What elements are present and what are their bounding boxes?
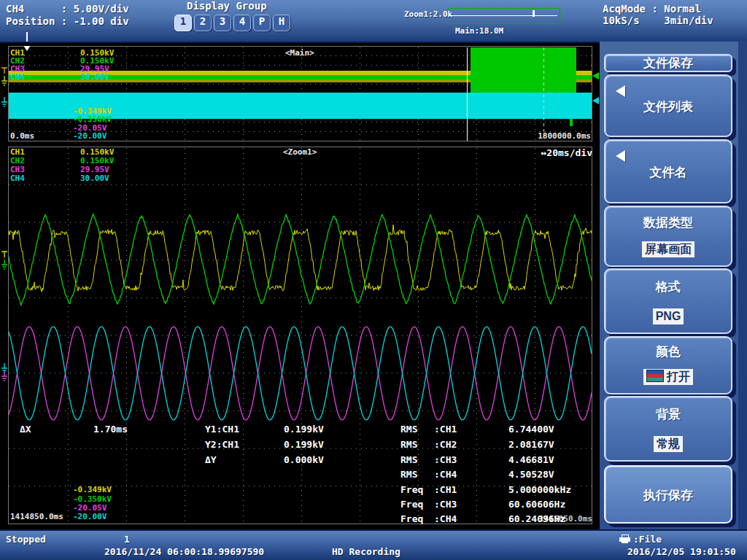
cursor-dy-label: ΔY: [205, 454, 217, 465]
cursor-y2-value: 0.199kV: [284, 439, 324, 450]
cursor-y1-value: 0.199kV: [284, 424, 324, 435]
stat-value: 60.60606Hz: [508, 499, 565, 510]
stat-value: 4.46681V: [508, 454, 554, 465]
menu-item-file-list[interactable]: 文件列表: [604, 74, 732, 137]
color-value: 打开: [643, 369, 693, 385]
zoom-position-bar[interactable]: [447, 8, 560, 24]
display-group-button-4[interactable]: 4: [233, 15, 251, 31]
channel-setting-line1: CH4 : 5.00V/div: [6, 3, 129, 15]
display-group-buttons: 1 2 3 4 P H: [174, 15, 293, 31]
zoom-position-track: [449, 15, 557, 16]
main-record-length-label: Main:18.0M: [455, 26, 503, 36]
status-bar: Stopped 1 2016/11/24 06:00:18.99697590 H…: [0, 529, 747, 560]
trigger-position-marker[interactable]: [26, 32, 28, 42]
stat-func: Freq: [400, 484, 423, 495]
menu-item-background[interactable]: 背景 常规: [604, 396, 732, 462]
stat-func: RMS: [400, 439, 417, 450]
menu-shadow-edge: [738, 42, 747, 529]
stat-func: RMS: [400, 469, 417, 480]
zoom-time-start: 1414850.0ms: [10, 513, 63, 521]
stat-ch: :CH3: [434, 499, 457, 510]
zoom-ratio-label: Zoom1:2.0k: [404, 9, 452, 19]
acquisition-state: Stopped: [6, 534, 46, 545]
display-group-button-h[interactable]: H: [273, 15, 290, 31]
stat-value: 6.74400V: [508, 424, 554, 435]
background-value: 常规: [654, 436, 683, 452]
stat-ch: :CH3: [434, 454, 457, 465]
data-type-value: 屏幕画面: [642, 241, 694, 257]
stat-func: Freq: [400, 513, 423, 524]
stat-ch: :CH1: [434, 424, 457, 435]
channel-setting-line2: Position : -1.00 div: [6, 15, 129, 27]
stat-value: 2.08167V: [508, 439, 554, 450]
stat-value: 4.50528V: [508, 469, 554, 480]
menu-title-file-save: 文件保存: [604, 54, 732, 72]
cursor-dx-value: 1.70ms: [93, 424, 128, 435]
sample-rate-line: 10kS/s 3min/div: [603, 15, 713, 26]
main-time-start: 0.0ms: [10, 132, 34, 141]
cursor-y2-label: Y2:CH1: [205, 439, 239, 450]
printer-icon: [619, 534, 631, 544]
stat-ch: :CH1: [434, 484, 457, 495]
main-time-end: 1800000.0ms: [509, 132, 591, 141]
main-ch4-low: -20.00V: [73, 132, 107, 141]
trigger-count: 1: [124, 534, 130, 545]
zoom-ch4-low: -20.00V: [73, 513, 107, 521]
hd-recording-status: HD Recording: [332, 546, 400, 557]
menu-item-file-name[interactable]: 文件名: [604, 139, 732, 203]
print-target-label: :File: [633, 534, 662, 545]
stat-ch: :CH4: [434, 513, 457, 524]
display-group-label: Display Group: [187, 0, 267, 12]
acq-mode-line: AcqMode : Normal: [603, 3, 701, 15]
left-arrow-icon: [616, 85, 625, 97]
zoom-ch4-name: CH4: [10, 174, 25, 183]
zoom-position-marker[interactable]: [533, 10, 535, 17]
cursor-dy-value: 0.000kV: [284, 454, 324, 465]
zoom-window-title: <Zoom1>: [283, 148, 317, 157]
main-ch4-scale: 30.00V: [80, 73, 109, 82]
main-ch4-name: CH4: [10, 73, 25, 82]
current-datetime: 2016/12/05 19:01:50: [627, 546, 736, 557]
stat-func: RMS: [400, 424, 417, 435]
record-start-datetime: 2016/11/24 06:00:18.99697590: [104, 546, 264, 557]
stat-value: 60.24096Hz: [508, 513, 565, 524]
cursor-y1-label: Y1:CH1: [205, 424, 239, 435]
display-group-button-3[interactable]: 3: [214, 15, 231, 31]
stat-ch: :CH2: [434, 439, 457, 450]
menu-item-execute-save[interactable]: 执行保存: [604, 465, 732, 524]
soft-key-menu: 文件保存 文件列表 文件名 数据类型 屏幕画面 格式 PNG 颜色 打开 背景 …: [600, 42, 747, 529]
zoom-timebase: ↔20ms/div: [511, 147, 592, 158]
left-arrow-icon: [616, 150, 625, 162]
cursor-dx-label: ΔX: [20, 424, 31, 435]
display-group-button-1[interactable]: 1: [174, 15, 192, 31]
menu-item-color[interactable]: 颜色 打开: [604, 336, 732, 394]
stat-value: 5.000000kHz: [508, 484, 571, 495]
zoom-ch4-scale: 30.00V: [80, 174, 109, 183]
stat-func: Freq: [400, 499, 423, 510]
oscilloscope-screen: CH4 : 5.00V/div Position : -1.00 div Dis…: [0, 0, 747, 560]
menu-item-data-type[interactable]: 数据类型 屏幕画面: [604, 206, 732, 267]
menu-item-format[interactable]: 格式 PNG: [604, 268, 732, 334]
format-value: PNG: [653, 308, 684, 324]
color-display-icon: [646, 370, 664, 382]
main-window-title: <Main>: [285, 49, 314, 58]
display-group-button-p[interactable]: P: [253, 15, 271, 31]
display-group-button-2[interactable]: 2: [194, 15, 212, 31]
top-bar: CH4 : 5.00V/div Position : -1.00 div Dis…: [0, 0, 747, 43]
stat-func: RMS: [400, 454, 417, 465]
stat-ch: :CH4: [434, 469, 457, 480]
zoom-ch1-low: -0.349kV: [73, 486, 112, 494]
